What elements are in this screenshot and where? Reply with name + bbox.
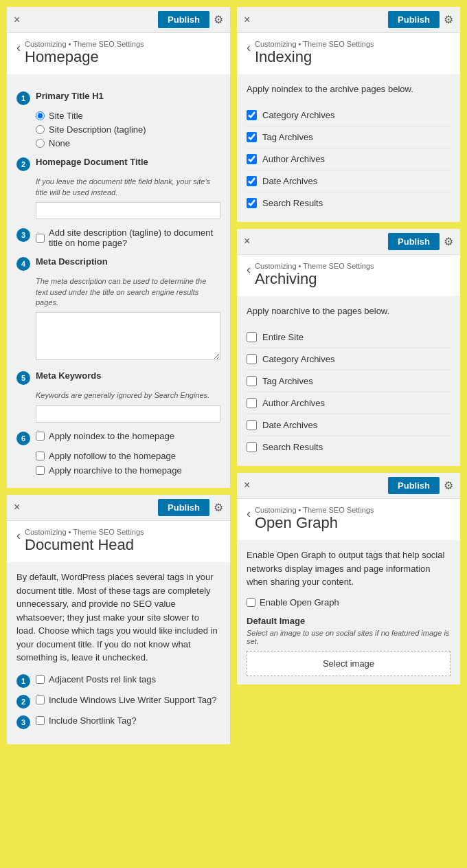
- indexing-tag-archives-checkbox[interactable]: [247, 132, 257, 142]
- meta-desc-field: The meta description can be used to dete…: [16, 276, 220, 362]
- homepage-gear-button[interactable]: ⚙: [214, 13, 223, 26]
- archiving-category-archives: Category Archives: [247, 348, 451, 370]
- doc-head-body: By default, WordPress places several tag…: [7, 562, 230, 744]
- add-tagline-checkbox-item: Add site description (tagline) to docume…: [36, 227, 220, 248]
- radio-site-desc: Site Description (tagline): [36, 124, 220, 135]
- archiving-desc: Apply noarchive to the pages below.: [247, 304, 451, 318]
- nofollow-checkbox[interactable]: [36, 452, 45, 460]
- radio-none-input[interactable]: [36, 139, 45, 148]
- doc-head-back-button[interactable]: ‹: [16, 529, 21, 542]
- section-3-label: 3 Add site description (tagline) to docu…: [16, 227, 220, 248]
- archiving-entire-site-label: Entire Site: [262, 332, 304, 342]
- default-image-section: Default Image Select an image to use on …: [247, 616, 451, 676]
- indexing-tag-archives-label: Tag Archives: [262, 132, 313, 142]
- indexing-author-archives-label: Author Archives: [262, 154, 325, 164]
- og-title: Open Graph: [255, 514, 374, 532]
- step-5-title: Meta Keywords: [36, 370, 101, 381]
- doc-head-desc: By default, WordPress places several tag…: [16, 570, 220, 665]
- homepage-publish-button[interactable]: Publish: [158, 11, 209, 28]
- doc-head-close-button[interactable]: ×: [14, 502, 20, 513]
- homepage-breadcrumb: Customizing • Theme SEO Settings: [25, 40, 144, 48]
- enable-og-checkbox[interactable]: [247, 598, 255, 607]
- homepage-close-button[interactable]: ×: [14, 14, 20, 25]
- doc-head-gear-button[interactable]: ⚙: [214, 501, 223, 514]
- archiving-entire-site-checkbox[interactable]: [247, 332, 257, 342]
- document-title-input[interactable]: [36, 202, 220, 219]
- archiving-date-archives-label: Date Archives: [262, 420, 317, 430]
- indexing-desc: Apply noindex to the archive pages below…: [247, 82, 451, 96]
- archiving-title: Archiving: [255, 270, 374, 288]
- noindex-checkbox[interactable]: [36, 432, 45, 441]
- archiving-author-archives-label: Author Archives: [262, 398, 325, 408]
- og-body: Enable Open Graph to output tags that he…: [237, 540, 460, 685]
- meta-keywords-input[interactable]: [36, 405, 220, 423]
- doc-head-title: Document Head: [25, 536, 144, 554]
- og-gear-button[interactable]: ⚙: [444, 479, 453, 492]
- archiving-search-results: Search Results: [247, 436, 451, 458]
- archiving-back-button[interactable]: ‹: [247, 263, 251, 276]
- select-image-button[interactable]: Select image: [247, 651, 451, 676]
- open-graph-panel: × Publish ⚙ ‹ Customizing • Theme SEO Se…: [237, 473, 460, 685]
- indexing-author-archives: Author Archives: [247, 148, 451, 170]
- doc-num-2: 2: [16, 695, 30, 709]
- homepage-panel-header: × Publish ⚙: [7, 7, 230, 33]
- radio-site-title-label: Site Title: [49, 111, 83, 121]
- radio-site-title: Site Title: [36, 111, 220, 121]
- og-back-button[interactable]: ‹: [247, 507, 251, 520]
- indexing-back-button[interactable]: ‹: [247, 41, 251, 54]
- step-1-title: Primary Title H1: [36, 91, 104, 101]
- doc-head-publish-button[interactable]: Publish: [158, 499, 209, 516]
- archiving-tag-archives: Tag Archives: [247, 370, 451, 392]
- meta-keywords-field: Keywords are generally ignored by Search…: [16, 390, 220, 422]
- indexing-publish-button[interactable]: Publish: [388, 11, 440, 28]
- radio-site-desc-label: Site Description (tagline): [49, 124, 146, 135]
- archiving-search-results-checkbox[interactable]: [247, 442, 257, 452]
- indexing-search-results-checkbox[interactable]: [247, 198, 257, 208]
- og-desc: Enable Open Graph to output tags that he…: [247, 548, 451, 589]
- og-close-button[interactable]: ×: [244, 480, 250, 491]
- archiving-entire-site: Entire Site: [247, 326, 451, 348]
- section-2-label: 2 Homepage Document Title: [16, 157, 220, 171]
- windows-live-item: Include Windows Live Writer Support Tag?: [36, 695, 216, 705]
- indexing-body: Apply noindex to the archive pages below…: [237, 74, 460, 222]
- step-6-circle: 6: [16, 432, 30, 445]
- archiving-author-archives: Author Archives: [247, 392, 451, 414]
- shortlink-label: Include Shortlink Tag?: [49, 715, 137, 726]
- indexing-category-archives: Category Archives: [247, 104, 451, 126]
- radio-site-desc-input[interactable]: [36, 125, 45, 134]
- radio-site-title-input[interactable]: [36, 111, 45, 120]
- document-title-hint: If you leave the document title field bl…: [36, 177, 220, 198]
- indexing-category-archives-checkbox[interactable]: [247, 110, 257, 120]
- extra-checkboxes: Apply nofollow to the homepage Apply noa…: [16, 451, 220, 476]
- indexing-author-archives-checkbox[interactable]: [247, 154, 257, 164]
- indexing-date-archives: Date Archives: [247, 170, 451, 192]
- windows-live-checkbox[interactable]: [36, 695, 45, 704]
- add-tagline-checkbox[interactable]: [36, 234, 45, 243]
- og-publish-button[interactable]: Publish: [388, 477, 440, 494]
- indexing-panel-header: × Publish ⚙: [237, 7, 460, 33]
- adjacent-posts-checkbox[interactable]: [36, 675, 45, 684]
- indexing-close-button[interactable]: ×: [244, 14, 250, 25]
- archiving-gear-button[interactable]: ⚙: [444, 235, 453, 248]
- meta-desc-textarea[interactable]: [36, 312, 220, 360]
- homepage-back-button[interactable]: ‹: [16, 41, 21, 54]
- meta-keywords-hint: Keywords are generally ignored by Search…: [36, 390, 220, 401]
- archiving-close-button[interactable]: ×: [244, 236, 250, 247]
- indexing-date-archives-checkbox[interactable]: [247, 176, 257, 186]
- archiving-category-archives-checkbox[interactable]: [247, 354, 257, 364]
- archiving-breadcrumb: Customizing • Theme SEO Settings: [255, 262, 374, 270]
- archiving-author-archives-checkbox[interactable]: [247, 398, 257, 408]
- shortlink-checkbox[interactable]: [36, 716, 45, 725]
- indexing-date-archives-label: Date Archives: [262, 176, 317, 186]
- section-4-label: 4 Meta Description: [16, 256, 220, 271]
- archiving-tag-archives-checkbox[interactable]: [247, 376, 257, 386]
- archiving-date-archives-checkbox[interactable]: [247, 420, 257, 430]
- archiving-publish-button[interactable]: Publish: [388, 233, 440, 250]
- step-2-title: Homepage Document Title: [36, 157, 148, 167]
- indexing-gear-button[interactable]: ⚙: [444, 13, 453, 26]
- section-1-label: 1 Primary Title H1: [16, 91, 220, 105]
- section-5-label: 5 Meta Keywords: [16, 370, 220, 385]
- noarchive-checkbox[interactable]: [36, 466, 45, 475]
- indexing-breadcrumb: Customizing • Theme SEO Settings: [255, 40, 374, 48]
- doc-head-panel-header: × Publish ⚙: [7, 495, 230, 521]
